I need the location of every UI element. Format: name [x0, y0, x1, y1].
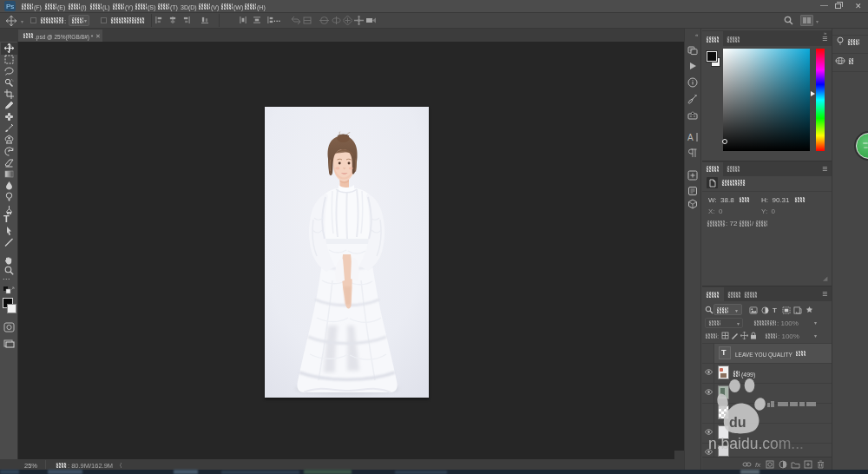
svg-text:n.baidu.com...: n.baidu.com...	[708, 435, 804, 452]
svg-text:du: du	[729, 415, 746, 430]
svg-text:A: A	[687, 133, 694, 142]
